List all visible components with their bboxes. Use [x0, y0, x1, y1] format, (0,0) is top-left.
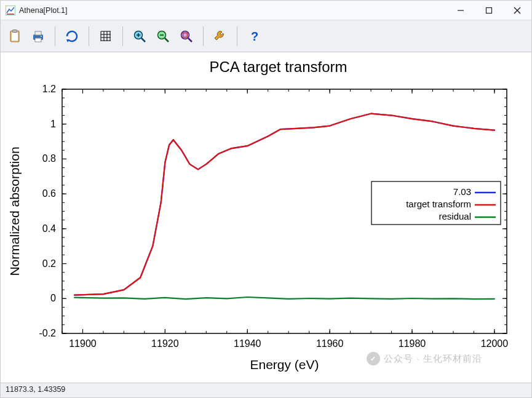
- svg-text:11900: 11900: [69, 338, 97, 349]
- statusbar: 11873.3, 1.43359: [1, 383, 531, 397]
- svg-rect-2: [486, 7, 492, 13]
- plot-area[interactable]: 119001192011940119601198012000-0.200.20.…: [1, 52, 531, 383]
- print-icon[interactable]: [29, 27, 47, 46]
- close-button[interactable]: [503, 1, 531, 20]
- titlebar: Athena[Plot.1]: [1, 1, 531, 20]
- svg-line-30: [188, 38, 192, 42]
- svg-rect-7: [12, 33, 18, 41]
- grid-icon[interactable]: [97, 27, 115, 46]
- wrench-icon[interactable]: [211, 27, 229, 46]
- watermark-text: 公众号 · 生化环材前沿: [384, 353, 482, 365]
- cursor-coords: 11873.3, 1.43359: [6, 385, 65, 394]
- svg-text:11980: 11980: [399, 338, 426, 349]
- svg-text:Energy    (eV): Energy (eV): [250, 357, 319, 372]
- window-controls: [447, 1, 531, 20]
- svg-text:0.2: 0.2: [42, 258, 56, 269]
- svg-rect-11: [35, 38, 41, 42]
- svg-text:0: 0: [50, 293, 56, 303]
- svg-text:0.6: 0.6: [42, 188, 56, 199]
- svg-text:target transform: target transform: [406, 199, 471, 209]
- toolbar: ?: [1, 20, 531, 52]
- svg-point-29: [181, 31, 189, 39]
- svg-rect-10: [35, 31, 41, 35]
- maximize-button[interactable]: [475, 1, 503, 20]
- svg-text:PCA target transform: PCA target transform: [209, 58, 347, 75]
- window-title: Athena[Plot.1]: [19, 6, 447, 15]
- svg-text:Normalized absorption: Normalized absorption: [7, 146, 22, 276]
- minimize-button[interactable]: [447, 1, 475, 20]
- svg-text:0.8: 0.8: [42, 153, 56, 164]
- svg-text:11960: 11960: [316, 338, 344, 349]
- zoom-box-icon[interactable]: [177, 27, 196, 46]
- svg-line-23: [141, 38, 145, 42]
- chart[interactable]: 119001192011940119601198012000-0.200.20.…: [1, 52, 531, 383]
- svg-text:0.4: 0.4: [42, 223, 56, 234]
- app-icon: [6, 6, 15, 15]
- help-icon[interactable]: ?: [245, 27, 263, 46]
- svg-text:residual: residual: [439, 211, 471, 221]
- svg-text:1.2: 1.2: [42, 84, 56, 94]
- svg-text:-0.2: -0.2: [39, 328, 56, 338]
- wechat-icon: ✓: [367, 352, 380, 365]
- watermark: ✓ 公众号 · 生化环材前沿: [367, 352, 482, 365]
- svg-line-27: [165, 38, 169, 42]
- svg-text:11940: 11940: [234, 338, 261, 349]
- clipboard-icon[interactable]: [6, 27, 24, 46]
- zoom-in-icon[interactable]: [130, 27, 149, 46]
- svg-text:7.03: 7.03: [453, 186, 471, 197]
- svg-text:1: 1: [50, 119, 56, 129]
- svg-text:12000: 12000: [481, 338, 509, 349]
- svg-point-12: [41, 36, 42, 37]
- zoom-out-icon[interactable]: [154, 27, 172, 46]
- refresh-icon[interactable]: [63, 27, 81, 46]
- svg-text:?: ?: [251, 30, 258, 43]
- svg-text:11920: 11920: [151, 338, 179, 349]
- svg-rect-8: [13, 30, 17, 32]
